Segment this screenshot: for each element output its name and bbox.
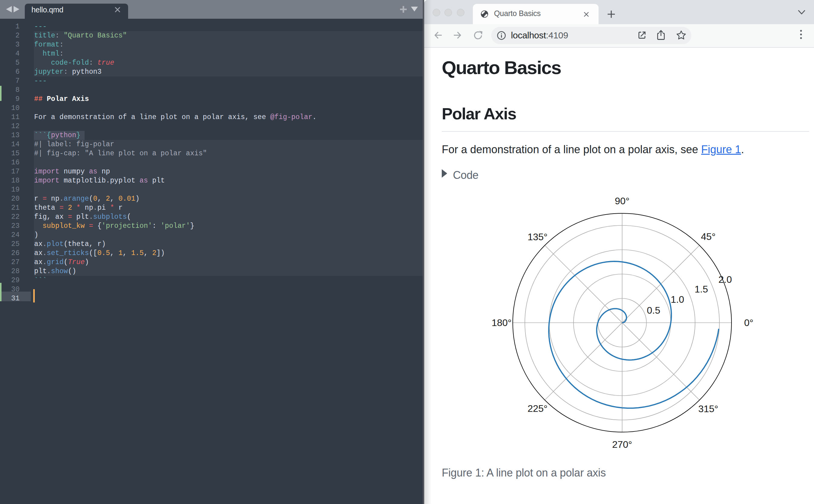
svg-text:0.5: 0.5 xyxy=(647,305,660,316)
svg-text:270°: 270° xyxy=(612,439,632,450)
svg-text:45°: 45° xyxy=(701,231,715,242)
svg-text:90°: 90° xyxy=(615,195,629,206)
svg-text:225°: 225° xyxy=(528,403,548,414)
svg-text:1.5: 1.5 xyxy=(695,284,708,295)
svg-text:180°: 180° xyxy=(492,317,512,328)
svg-text:1.0: 1.0 xyxy=(671,294,684,305)
svg-text:135°: 135° xyxy=(528,231,548,242)
svg-text:315°: 315° xyxy=(698,403,718,414)
svg-text:2.0: 2.0 xyxy=(719,274,732,285)
svg-text:0°: 0° xyxy=(744,317,754,328)
